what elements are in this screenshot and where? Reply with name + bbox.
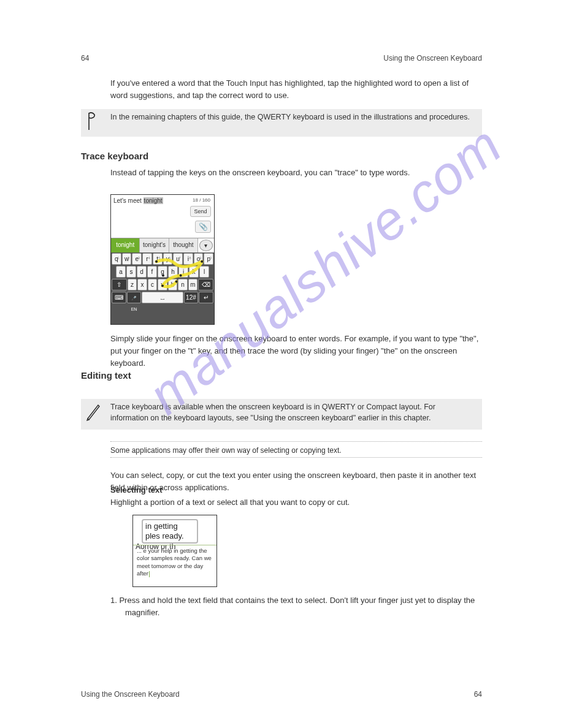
- divider-line: [110, 441, 482, 442]
- compose-text-prefix: Let's meet: [113, 197, 144, 204]
- running-header: Using the Onscreen Keyboard: [383, 54, 482, 63]
- key-r[interactable]: 4r: [142, 253, 152, 265]
- onscreen-keyboard: 1q2w3e4r5t6y7u8i9o0p asdfghjkl ⇧ zxcvbnm…: [111, 252, 214, 324]
- suggestion-3[interactable]: thought: [169, 238, 198, 252]
- key-s[interactable]: s: [126, 266, 136, 278]
- key-o[interactable]: 9o: [194, 253, 204, 265]
- page-number-top: 64: [81, 54, 89, 63]
- footer-left: Using the Onscreen Keyboard: [81, 690, 180, 699]
- key-q[interactable]: 1q: [112, 253, 121, 265]
- char-counter: 18 / 160: [193, 197, 210, 203]
- key-l[interactable]: l: [199, 266, 209, 278]
- mag-line-2: ples ready.: [145, 531, 194, 541]
- subheading-selecting-text: Selecting text: [110, 484, 482, 496]
- key-y[interactable]: 6y: [163, 253, 173, 265]
- magnifier-lens: in getting ples ready.: [142, 519, 198, 544]
- suggestion-2[interactable]: tonight's: [140, 238, 169, 252]
- key-n[interactable]: n: [178, 279, 187, 290]
- heading-editing-text: Editing text: [81, 370, 131, 381]
- step-1-text: 1. Press and hold the text field that co…: [110, 594, 482, 619]
- heading-trace-keyboard: Trace keyboard: [81, 151, 148, 161]
- key-z[interactable]: z: [128, 279, 137, 290]
- key-c[interactable]: c: [148, 279, 157, 290]
- pencil-icon: [86, 401, 101, 421]
- callout1-text: In the remaining chapters of this guide,…: [110, 113, 470, 121]
- send-button[interactable]: Send: [190, 206, 211, 217]
- screenshot-magnifier: in getting ples ready. Aorrow or th ... …: [132, 515, 217, 587]
- shift-key[interactable]: ⇧: [112, 279, 127, 290]
- key-m[interactable]: m: [188, 279, 197, 290]
- suggestion-1[interactable]: tonight: [111, 238, 140, 252]
- note-callout-pencil: Trace keyboard is available when the ons…: [81, 399, 482, 430]
- language-key[interactable]: 🎤EN: [127, 292, 142, 303]
- key-a[interactable]: a: [116, 266, 126, 278]
- trace-paragraph-1: Instead of tapping the keys on the onscr…: [110, 167, 482, 179]
- key-f[interactable]: f: [147, 266, 157, 278]
- key-h[interactable]: h: [168, 266, 178, 278]
- flag-icon: [86, 112, 101, 131]
- text-cursor: [149, 571, 150, 577]
- key-j[interactable]: j: [178, 266, 188, 278]
- edit-note-line: Some applications may offer their own wa…: [110, 445, 482, 457]
- key-u[interactable]: 7u: [173, 253, 183, 265]
- key-x[interactable]: x: [137, 279, 147, 290]
- key-v[interactable]: v: [158, 279, 167, 290]
- page-number-bottom: 64: [474, 690, 482, 699]
- key-p[interactable]: 0p: [204, 253, 213, 265]
- key-d[interactable]: d: [137, 266, 147, 278]
- key-e[interactable]: 3e: [132, 253, 142, 265]
- callout2-text: Trace keyboard is available when the ons…: [110, 403, 435, 422]
- compose-text-highlighted: tonight: [144, 197, 163, 204]
- numsym-key[interactable]: 12#: [184, 292, 199, 303]
- key-w[interactable]: 2w: [122, 253, 132, 265]
- mag-line-1: in getting: [145, 521, 194, 531]
- suggestion-bar: tonight tonight's thought ▾: [111, 238, 214, 252]
- key-b[interactable]: b: [168, 279, 177, 290]
- suggestion-more-icon[interactable]: ▾: [199, 240, 213, 251]
- magnifier-body-text: ... e your help in getting the color sam…: [137, 547, 213, 577]
- note-callout-flag: In the remaining chapters of this guide,…: [81, 109, 482, 137]
- key-t[interactable]: 5t: [153, 253, 163, 265]
- key-i[interactable]: 8i: [183, 253, 193, 265]
- space-key[interactable]: ⎵: [142, 292, 183, 303]
- attach-icon[interactable]: 📎: [195, 221, 211, 233]
- intro-paragraph: If you've entered a word that the Touch …: [110, 77, 482, 102]
- enter-key[interactable]: ↵: [199, 292, 213, 303]
- magnifier-divider: [133, 545, 216, 545]
- backspace-key[interactable]: ⌫: [198, 279, 213, 290]
- edit-paragraph-2: Highlight a portion of a text or select …: [110, 496, 482, 509]
- screenshot-keyboard: Let's meet tonight 18 / 160 Send 📎 tonig…: [110, 194, 215, 325]
- hide-keyboard-key[interactable]: ⌨: [112, 292, 126, 303]
- message-compose-area: Let's meet tonight 18 / 160 Send 📎: [111, 195, 214, 238]
- key-g[interactable]: g: [158, 266, 167, 278]
- divider-line: [110, 457, 482, 458]
- trace-paragraph-2: Simply slide your finger on the onscreen…: [110, 333, 482, 370]
- key-k[interactable]: k: [189, 266, 199, 278]
